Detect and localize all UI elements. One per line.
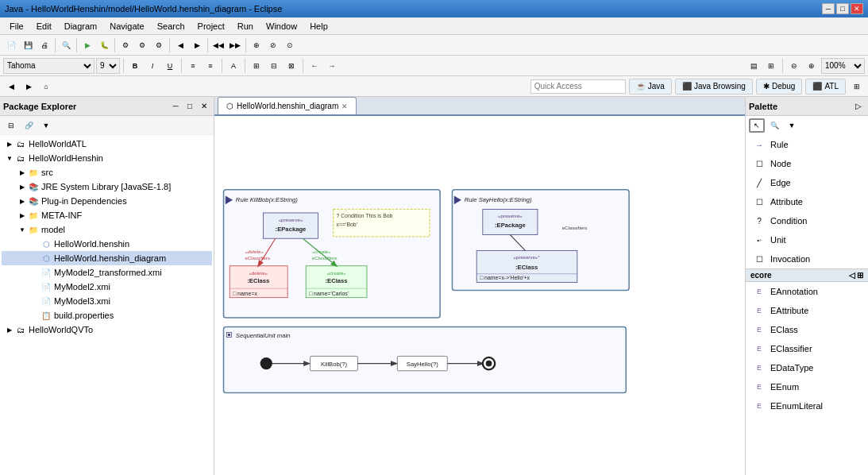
expand-arrow[interactable]: ▶: [5, 326, 14, 334]
expand-arrow[interactable]: ▼: [5, 155, 14, 162]
tree-item-plugin-deps[interactable]: ▶ 📚 Plug-in Dependencies: [2, 194, 212, 208]
arrow-btn-1[interactable]: ←: [307, 58, 322, 74]
palette-item-edatatype[interactable]: E EDataType: [746, 358, 868, 377]
palette-search-btn[interactable]: 🔍: [766, 118, 782, 133]
tab-close-btn[interactable]: ✕: [341, 102, 348, 110]
toolbar-btn-3[interactable]: ⚙: [118, 37, 133, 53]
fmt-btn-2[interactable]: ⊟: [266, 58, 282, 74]
quick-access-input[interactable]: [530, 79, 626, 94]
align-center[interactable]: ≡: [203, 58, 218, 74]
toolbar-btn-12[interactable]: ⊙: [282, 37, 298, 53]
tree-item-helloworldhenshin[interactable]: ▼ 🗂 HelloWorldHenshin: [2, 151, 212, 165]
toolbar-btn-11[interactable]: ⊘: [265, 37, 281, 53]
palette-item-eclass[interactable]: E EClass: [746, 320, 868, 339]
menu-diagram[interactable]: Diagram: [58, 20, 104, 33]
tree-item-jre[interactable]: ▶ 📚 JRE System Library [JavaSE-1.8]: [2, 180, 212, 194]
maximize-button[interactable]: □: [836, 3, 849, 14]
new-button[interactable]: 📄: [3, 37, 19, 53]
qa-home[interactable]: ⌂: [38, 79, 54, 95]
palette-item-unit[interactable]: •◦ Unit: [746, 230, 868, 249]
palette-item-eclassifier[interactable]: E EClassifier: [746, 339, 868, 358]
palette-item-eattribute[interactable]: E EAttribute: [746, 301, 868, 320]
minimize-panel-btn[interactable]: ─: [169, 100, 182, 113]
tree-item-mymodel2[interactable]: 📄 MyModel2.xmi: [2, 280, 212, 294]
menu-project[interactable]: Project: [191, 20, 231, 33]
menu-navigate[interactable]: Navigate: [103, 20, 150, 33]
close-panel-btn[interactable]: ✕: [198, 100, 210, 113]
palette-item-condition[interactable]: ? Condition: [746, 211, 868, 230]
palette-layout-btn[interactable]: ▷: [852, 100, 865, 113]
fmt-btn-3[interactable]: ⊠: [284, 58, 299, 74]
menu-file[interactable]: File: [3, 20, 30, 33]
palette-item-node[interactable]: ☐ Node: [746, 154, 868, 173]
expand-arrow[interactable]: ▶: [17, 183, 27, 191]
tree-item-buildprops[interactable]: 📋 build.properties: [2, 308, 212, 322]
toolbar-btn-4[interactable]: ⚙: [134, 37, 150, 53]
palette-item-invocation[interactable]: ☐ Invocation: [746, 249, 868, 268]
maximize-panel-btn[interactable]: □: [183, 100, 196, 113]
toolbar-btn-8[interactable]: ◀◀: [210, 37, 226, 53]
qa-back[interactable]: ◀: [3, 79, 19, 95]
palette-item-attribute[interactable]: ☐ Attribute: [746, 192, 868, 211]
print-button[interactable]: 🖨: [37, 37, 52, 53]
toolbar-btn-10[interactable]: ⊕: [249, 37, 264, 53]
expand-arrow[interactable]: ▼: [17, 226, 27, 234]
perspective-atl[interactable]: ⬛ ATL: [805, 79, 846, 95]
align-left[interactable]: ≡: [185, 58, 201, 74]
menu-window[interactable]: Window: [260, 20, 303, 33]
expand-arrow[interactable]: ▶: [17, 212, 27, 219]
menu-help[interactable]: Help: [303, 20, 334, 33]
search-button[interactable]: 🔍: [58, 37, 74, 53]
tree-item-model[interactable]: ▼ 📁 model: [2, 222, 212, 237]
menu-run[interactable]: Run: [231, 20, 260, 33]
color-btn[interactable]: A: [226, 58, 241, 74]
tree-item-mymodel2-transformed[interactable]: 📄 MyModel2_transformed.xmi: [2, 265, 212, 280]
close-button[interactable]: ✕: [851, 3, 863, 14]
collapse-all-btn[interactable]: ⊟: [3, 118, 19, 133]
tree-item-src[interactable]: ▶ 📁 src: [2, 165, 212, 180]
align-toolbar-btn[interactable]: ▤: [746, 58, 762, 74]
zoom-out-btn[interactable]: ⊖: [786, 58, 802, 74]
toolbar-btn-6[interactable]: ◀: [172, 37, 188, 53]
perspective-java-browsing[interactable]: ⬛ Java Browsing: [675, 79, 753, 95]
editor-tab-henshin-diagram[interactable]: ⬡ HelloWorld.henshin_diagram ✕: [218, 97, 357, 114]
italic-button[interactable]: I: [145, 58, 160, 74]
menu-edit[interactable]: Edit: [30, 20, 58, 33]
perspective-java[interactable]: ☕ Java: [629, 79, 672, 95]
underline-button[interactable]: U: [162, 58, 178, 74]
tree-item-helloworldqvto[interactable]: ▶ 🗂 HelloWorldQVTo: [2, 322, 212, 337]
perspective-debug[interactable]: ✱ Debug: [756, 79, 802, 95]
toolbar-btn-7[interactable]: ▶: [189, 37, 205, 53]
palette-item-rule[interactable]: → Rule: [746, 135, 868, 154]
tree-item-henshin-diagram[interactable]: ⬡ HelloWorld.henshin_diagram: [2, 251, 212, 265]
toolbar-btn-9[interactable]: ▶▶: [227, 37, 243, 53]
bold-button[interactable]: B: [127, 58, 143, 74]
toolbar-btn-5[interactable]: ⚙: [151, 37, 167, 53]
layout-btn[interactable]: ⊞: [763, 58, 779, 74]
qa-forward[interactable]: ▶: [21, 79, 37, 95]
fmt-btn-1[interactable]: ⊞: [249, 58, 264, 74]
font-size-select[interactable]: 9: [96, 58, 120, 74]
expand-arrow[interactable]: ▶: [17, 198, 27, 205]
palette-section-ecore[interactable]: ecore ◁ ⊞: [746, 268, 868, 282]
font-family-select[interactable]: Tahoma: [3, 58, 95, 74]
expand-arrow[interactable]: ▶: [17, 169, 27, 176]
palette-item-eannotation[interactable]: E EAnnotation: [746, 282, 868, 301]
debug-button[interactable]: 🐛: [96, 37, 112, 53]
pe-menu-btn[interactable]: ▼: [38, 118, 54, 133]
open-perspective-btn[interactable]: ⊞: [849, 79, 865, 95]
palette-settings-btn[interactable]: ▼: [784, 118, 800, 133]
diagram-canvas-area[interactable]: Rule KillBob(x:EString) ? Condition This…: [214, 116, 745, 475]
palette-item-eenumliteral[interactable]: E EEnumLiteral: [746, 396, 868, 415]
menu-search[interactable]: Search: [151, 20, 191, 33]
zoom-in-btn[interactable]: ⊕: [804, 58, 820, 74]
link-with-editor-btn[interactable]: 🔗: [21, 118, 37, 133]
tree-item-helloworldatl[interactable]: ▶ 🗂 HelloWorldATL: [2, 137, 212, 151]
tree-item-mymodel3[interactable]: 📄 MyModel3.xmi: [2, 294, 212, 308]
run-button[interactable]: ▶: [79, 37, 95, 53]
zoom-select[interactable]: 100%: [821, 58, 865, 74]
palette-select-btn[interactable]: ↖: [749, 118, 765, 133]
expand-arrow[interactable]: ▶: [5, 141, 14, 148]
save-button[interactable]: 💾: [20, 37, 36, 53]
minimize-button[interactable]: ─: [822, 3, 835, 14]
